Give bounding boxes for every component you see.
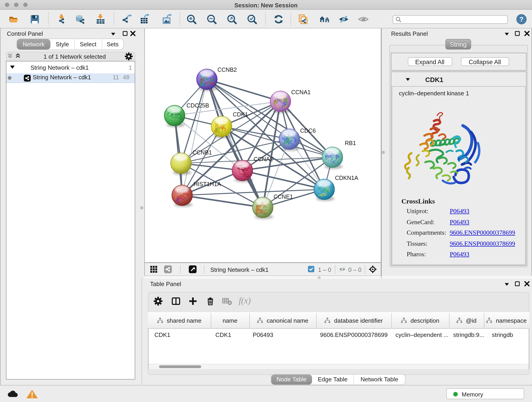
svg-text:CCNE1: CCNE1 xyxy=(273,193,293,200)
svg-text:CDC6: CDC6 xyxy=(300,128,316,134)
svg-text:?: ? xyxy=(519,15,524,23)
svg-text:HIST1H1A: HIST1H1A xyxy=(194,181,221,187)
svg-text:CDK1: CDK1 xyxy=(233,111,248,118)
svg-text:CCNB1: CCNB1 xyxy=(192,149,212,156)
svg-text:RB1: RB1 xyxy=(345,140,356,146)
svg-text:CCNA2: CCNA2 xyxy=(254,156,273,162)
svg-text:CDKN1A: CDKN1A xyxy=(335,175,358,181)
svg-text:CDC25B: CDC25B xyxy=(186,102,209,109)
svg-text:CCNA1: CCNA1 xyxy=(291,89,311,95)
svg-text:CCNB2: CCNB2 xyxy=(217,66,237,73)
